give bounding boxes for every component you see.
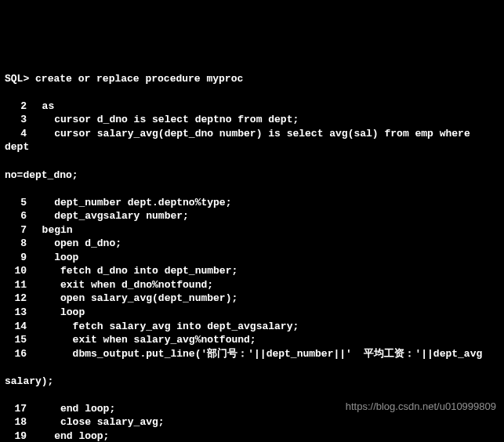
- line-number: 6: [5, 209, 27, 223]
- line-number: 16: [5, 347, 27, 361]
- watermark: https://blog.csdn.net/u010999809: [346, 400, 496, 414]
- code-text: dept_avgsalary number;: [30, 210, 189, 222]
- line-number: 17: [5, 402, 27, 416]
- line-number: 19: [5, 429, 27, 442]
- code-block-2: 5 dept_number dept.deptno%type;6 dept_av…: [5, 196, 499, 361]
- create-command: create or replace procedure myproc: [35, 73, 243, 85]
- line-number: 15: [5, 333, 27, 347]
- code-line: 15 exit when salary_avg%notfound;: [5, 333, 499, 347]
- code-text: exit when d_dno%notfound;: [30, 279, 213, 291]
- code-text: fetch salary_avg into dept_avgsalary;: [30, 321, 299, 332]
- code-line: 19 end loop;: [5, 429, 499, 442]
- code-text: as: [30, 100, 54, 112]
- code-text: close salary_avg;: [30, 416, 165, 428]
- line-number: 13: [5, 306, 27, 320]
- line-number: 11: [5, 278, 27, 292]
- line-number: 9: [5, 251, 27, 265]
- code-text: dbms_output.put_line('部门号：'||dept_number…: [30, 348, 482, 360]
- code-line: 13 loop: [5, 306, 499, 320]
- code-line: 5 dept_number dept.deptno%type;: [5, 196, 499, 210]
- code-text: exit when salary_avg%notfound;: [30, 334, 256, 346]
- code-line: 14 fetch salary_avg into dept_avgsalary;: [5, 320, 499, 334]
- sql-prompt: SQL>: [5, 73, 29, 85]
- code-text: open d_dno;: [30, 237, 121, 249]
- line-number: 5: [5, 196, 27, 210]
- code-line: 9 loop: [5, 251, 499, 265]
- line-number: 7: [5, 223, 27, 237]
- code-text: open salary_avg(dept_number);: [30, 292, 237, 304]
- line-number: 8: [5, 237, 27, 251]
- line-number: 10: [5, 264, 27, 278]
- code-line: 8 open d_dno;: [5, 237, 499, 251]
- code-text: loop: [30, 252, 78, 263]
- code-line: 11 exit when d_dno%notfound;: [5, 278, 499, 292]
- wrapped-line: salary);: [5, 375, 499, 389]
- code-line: 3 cursor d_dno is select deptno from dep…: [5, 113, 499, 127]
- line-number: 12: [5, 292, 27, 306]
- code-text: begin: [30, 224, 73, 236]
- line-number: 2: [5, 100, 27, 114]
- code-text: cursor d_dno is select deptno from dept;: [30, 114, 299, 125]
- line-number: 18: [5, 415, 27, 429]
- code-text: fetch d_dno into dept_number;: [30, 265, 237, 277]
- line-number: 4: [5, 127, 27, 141]
- code-line: 4 cursor salary_avg(dept_dno number) is …: [5, 127, 499, 154]
- line-number: 14: [5, 320, 27, 334]
- code-text: loop: [30, 306, 85, 318]
- code-line: 6 dept_avgsalary number;: [5, 209, 499, 223]
- code-line: 18 close salary_avg;: [5, 415, 499, 429]
- code-block-1: 2 as3 cursor d_dno is select deptno from…: [5, 100, 499, 154]
- code-text: dept_number dept.deptno%type;: [30, 197, 231, 208]
- code-line: 7 begin: [5, 223, 499, 237]
- code-text: end loop;: [30, 403, 115, 415]
- terminal[interactable]: SQL> create or replace procedure myproc …: [5, 58, 499, 442]
- command-text: [29, 73, 35, 85]
- code-line: 10 fetch d_dno into dept_number;: [5, 264, 499, 278]
- code-text: cursor salary_avg(dept_dno number) is se…: [5, 128, 477, 154]
- code-line: 16 dbms_output.put_line('部门号：'||dept_num…: [5, 347, 499, 361]
- code-text: end loop;: [30, 430, 109, 442]
- code-line: 2 as: [5, 100, 499, 114]
- line-number: 3: [5, 113, 27, 127]
- code-line: 12 open salary_avg(dept_number);: [5, 292, 499, 306]
- wrapped-line: no=dept_dno;: [5, 168, 499, 183]
